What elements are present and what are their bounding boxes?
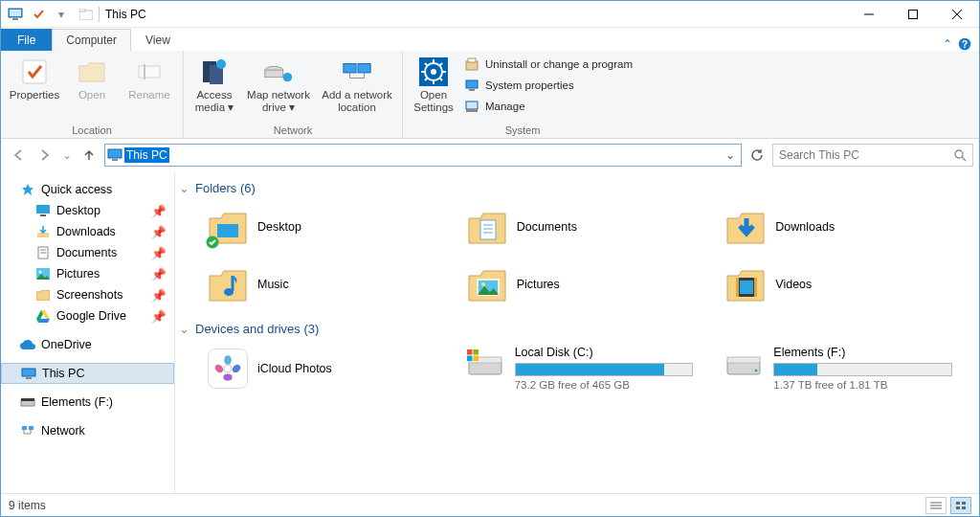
item-count: 9 items	[9, 499, 46, 512]
content-pane[interactable]: ⌄ Folders (6) Desktop Documents Download…	[175, 171, 979, 493]
folders-grid: Desktop Documents Downloads Music Pictur…	[179, 201, 971, 310]
svg-point-16	[216, 59, 226, 69]
folder-desktop[interactable]: Desktop	[202, 201, 454, 253]
downloads-icon	[35, 224, 51, 239]
maximize-button[interactable]	[891, 1, 935, 28]
up-button[interactable]	[78, 144, 100, 167]
sidebar-item-screenshots[interactable]: Screenshots📌	[1, 284, 174, 305]
access-media-button[interactable]: Access media ▾	[189, 53, 239, 114]
svg-rect-100	[956, 506, 960, 509]
drive-elements-f[interactable]: Elements (F:) 1.37 TB free of 1.81 TB	[720, 342, 971, 394]
help-icon[interactable]: ?	[958, 37, 971, 51]
pc-icon	[7, 6, 24, 23]
refresh-button[interactable]	[746, 144, 768, 167]
access-media-icon	[199, 56, 230, 87]
sidebar-onedrive[interactable]: OneDrive	[1, 334, 174, 355]
search-placeholder: Search This PC	[779, 148, 954, 162]
svg-point-94	[755, 370, 758, 372]
tab-view[interactable]: View	[131, 29, 185, 51]
pin-icon: 📌	[151, 267, 167, 281]
svg-rect-75	[740, 281, 753, 294]
tab-file[interactable]: File	[1, 29, 52, 51]
pin-icon: 📌	[151, 309, 167, 324]
drive-icon	[20, 394, 35, 410]
drive-local-c[interactable]: Local Disk (C:) 73.2 GB free of 465 GB	[461, 342, 713, 394]
sidebar-item-desktop[interactable]: Desktop📌	[1, 200, 174, 221]
properties-button[interactable]: Properties	[7, 53, 62, 101]
address-bar[interactable]: This PC ⌄	[104, 144, 742, 167]
sidebar-item-documents[interactable]: Documents📌	[1, 242, 174, 263]
add-network-location-button[interactable]: Add a network location	[318, 53, 396, 114]
folder-documents[interactable]: Documents	[461, 201, 713, 253]
sidebar-item-pictures[interactable]: Pictures📌	[1, 263, 174, 284]
svg-point-19	[283, 73, 292, 81]
main-area: Quick access Desktop📌 Downloads📌 Documen…	[1, 171, 979, 493]
svg-rect-21	[358, 64, 370, 73]
ribbon-tabs: File Computer View ⌃ ?	[1, 28, 979, 51]
qat-dropdown-icon[interactable]: ▾	[53, 6, 70, 23]
capacity-bar	[773, 363, 952, 376]
folder-downloads[interactable]: Downloads	[720, 201, 971, 253]
forward-button[interactable]	[33, 144, 56, 167]
details-view-button[interactable]	[925, 497, 947, 514]
svg-point-76	[224, 365, 232, 372]
sidebar-elements-drive[interactable]: Elements (F:)	[1, 392, 174, 413]
onedrive-icon	[20, 337, 35, 352]
sidebar-this-pc[interactable]: This PC	[1, 363, 174, 384]
svg-point-53	[39, 271, 42, 274]
recent-locations-button[interactable]: ⌄	[60, 144, 74, 167]
svg-rect-46	[36, 205, 50, 214]
svg-point-82	[231, 363, 241, 373]
map-drive-icon	[263, 56, 294, 87]
uninstall-button[interactable]: Uninstall or change a program	[460, 55, 636, 74]
map-drive-button[interactable]: Map network drive ▾	[241, 53, 316, 114]
local-disk-icon	[465, 346, 505, 380]
group-header-devices[interactable]: ⌄ Devices and drives (3)	[179, 318, 971, 342]
svg-point-44	[955, 150, 963, 158]
qat-properties-icon[interactable]	[30, 6, 47, 23]
sidebar-quick-access[interactable]: Quick access	[1, 179, 174, 200]
sidebar-network[interactable]: Network	[1, 420, 174, 441]
svg-point-27	[431, 69, 436, 75]
open-icon	[77, 56, 107, 87]
ribbon-group-system: Open Settings Uninstall or change a prog…	[403, 51, 642, 138]
ribbon-group-location: Properties Open Rename Location	[1, 51, 184, 138]
close-button[interactable]	[935, 1, 979, 28]
rename-icon	[134, 56, 165, 87]
manage-button[interactable]: Manage	[460, 97, 636, 116]
minimize-button[interactable]	[847, 1, 891, 28]
search-box[interactable]: Search This PC	[772, 144, 973, 167]
folder-videos[interactable]: Videos	[720, 258, 971, 310]
capacity-fill	[516, 364, 664, 375]
videos-folder-icon	[725, 264, 766, 304]
svg-rect-74	[754, 278, 757, 297]
system-properties-button[interactable]: System properties	[460, 76, 636, 95]
large-icons-view-button[interactable]	[950, 497, 971, 514]
folder-pictures[interactable]: Pictures	[461, 258, 713, 310]
address-dropdown-icon[interactable]: ⌄	[722, 148, 739, 162]
group-header-folders[interactable]: ⌄ Folders (6)	[179, 177, 971, 201]
desktop-folder-icon	[208, 207, 248, 247]
svg-point-71	[481, 282, 485, 286]
back-button[interactable]	[7, 144, 30, 167]
svg-rect-41	[466, 109, 478, 112]
svg-rect-57	[21, 398, 34, 401]
sidebar-item-google-drive[interactable]: Google Drive📌	[1, 305, 174, 326]
pin-icon: 📌	[151, 288, 167, 303]
device-icloud-photos[interactable]: iCloud Photos	[202, 342, 454, 394]
svg-rect-93	[727, 357, 760, 363]
pin-icon: 📌	[151, 246, 167, 260]
svg-rect-37	[468, 58, 476, 62]
external-disk-icon	[724, 346, 764, 380]
svg-rect-99	[962, 502, 966, 505]
devices-grid: iCloud Photos Local Disk (C:) 73.2 GB fr…	[179, 342, 971, 394]
navigation-pane: Quick access Desktop📌 Downloads📌 Documen…	[1, 171, 175, 493]
svg-rect-58	[22, 426, 27, 430]
tab-computer[interactable]: Computer	[52, 29, 131, 51]
folder-music[interactable]: Music	[202, 258, 454, 310]
svg-rect-90	[467, 356, 473, 362]
open-settings-button[interactable]: Open Settings	[409, 53, 458, 114]
navigation-bar: ⌄ This PC ⌄ Search This PC	[1, 139, 979, 171]
sidebar-item-downloads[interactable]: Downloads📌	[1, 221, 174, 242]
collapse-ribbon-icon[interactable]: ⌃	[943, 37, 952, 51]
